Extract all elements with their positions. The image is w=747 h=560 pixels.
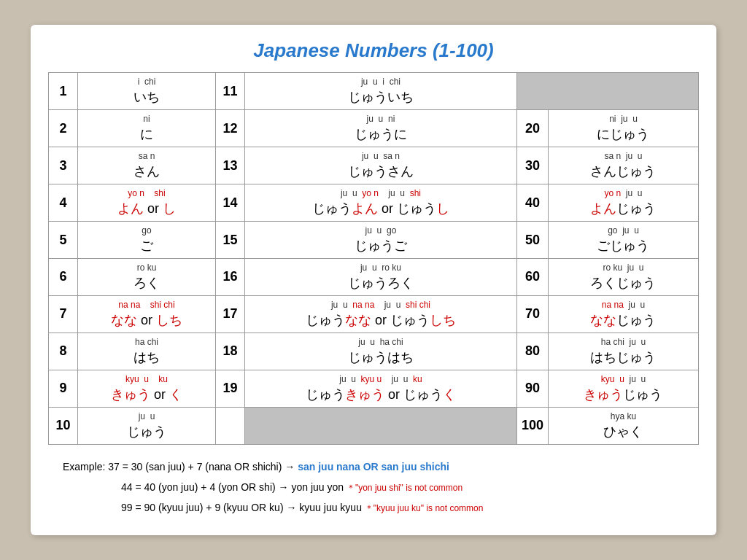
examples-section: Example: 37 = 30 (san juu) + 7 (nana OR … bbox=[48, 456, 699, 518]
number-9: 9 bbox=[49, 370, 78, 407]
content-6: ro ku ろく bbox=[78, 259, 216, 296]
number-30: 30 bbox=[516, 147, 548, 184]
content-3: sa n さん bbox=[78, 147, 216, 184]
content-7: na na shi chi なな or しち bbox=[78, 295, 216, 332]
example-2-prefix: 44 = 40 (yon juu) + 4 (yon OR shi) → yon… bbox=[121, 481, 347, 493]
example-1-answer: san juu nana OR san juu shichi bbox=[298, 461, 449, 472]
number-7: 7 bbox=[49, 295, 78, 332]
number-blank bbox=[216, 407, 245, 444]
number-3: 3 bbox=[49, 147, 78, 184]
content-1: i chi いち bbox=[78, 73, 216, 110]
content-8: ha chi はち bbox=[78, 332, 216, 370]
content-40: yo n ju u よんじゅう bbox=[548, 184, 698, 222]
numbers-table: 1 i chi いち 11 ju u i chi じゅういち 2 ni に bbox=[48, 72, 699, 445]
example-1: Example: 37 = 30 (san juu) + 7 (nana OR … bbox=[63, 456, 699, 477]
number-11: 11 bbox=[216, 73, 245, 110]
content-14: ju u yo n ju u shi じゅうよん or じゅうし bbox=[245, 184, 517, 222]
number-60: 60 bbox=[516, 259, 548, 296]
table-row: 4 yo n shi よん or し 14 ju u yo n ju u shi… bbox=[49, 184, 699, 222]
number-40: 40 bbox=[516, 184, 548, 222]
number-14: 14 bbox=[216, 184, 245, 222]
example-2-note: ＊"yon juu shi" is not common bbox=[347, 483, 462, 493]
number-18: 18 bbox=[216, 332, 245, 370]
content-4: yo n shi よん or し bbox=[78, 184, 216, 222]
number-10: 10 bbox=[49, 407, 78, 444]
number-19: 19 bbox=[216, 370, 245, 407]
content-5: go ご bbox=[78, 222, 216, 259]
content-60: ro ku ju u ろくじゅう bbox=[548, 259, 698, 296]
page-title: Japanese Numbers (1-100) bbox=[48, 39, 699, 62]
table-row: 7 na na shi chi なな or しち 17 ju u na na j… bbox=[49, 295, 699, 332]
content-80: ha chi ju u はちじゅう bbox=[548, 332, 698, 370]
content-100: hya ku ひゃく bbox=[548, 407, 698, 444]
number-50: 50 bbox=[516, 222, 548, 259]
example-1-prefix: Example: 37 = 30 (san juu) + 7 (nana OR … bbox=[63, 461, 298, 472]
table-row: 8 ha chi はち 18 ju u ha chi じゅうはち 80 ha c… bbox=[49, 332, 699, 370]
content-2: ni に bbox=[78, 110, 216, 147]
example-3-note: ＊"kyuu juu ku" is not common bbox=[365, 503, 484, 513]
content-16: ju u ro ku じゅうろく bbox=[245, 259, 517, 296]
table-row: 9 kyu u ku きゅう or く 19 ju u kyu u ju u k… bbox=[49, 370, 699, 407]
number-70: 70 bbox=[516, 295, 548, 332]
number-5: 5 bbox=[49, 222, 78, 259]
main-card: Japanese Numbers (1-100) 1 i chi いち 11 j… bbox=[31, 25, 716, 535]
content-10: ju u じゅう bbox=[78, 407, 216, 444]
placeholder-top-right bbox=[516, 73, 698, 110]
content-blank bbox=[245, 407, 517, 444]
content-11: ju u i chi じゅういち bbox=[245, 73, 517, 110]
content-12: ju u ni じゅうに bbox=[245, 110, 517, 147]
content-30: sa n ju u さんじゅう bbox=[548, 147, 698, 184]
number-15: 15 bbox=[216, 222, 245, 259]
number-2: 2 bbox=[49, 110, 78, 147]
number-16: 16 bbox=[216, 259, 245, 296]
example-3: 99 = 90 (kyuu juu) + 9 (kyuu OR ku) → ky… bbox=[121, 497, 699, 518]
content-19: ju u kyu u ju u ku じゅうきゅう or じゅうく bbox=[245, 370, 517, 407]
table-row: 10 ju u じゅう 100 hya ku ひゃく bbox=[49, 407, 699, 444]
content-13: ju u sa n じゅうさん bbox=[245, 147, 517, 184]
number-6: 6 bbox=[49, 259, 78, 296]
content-18: ju u ha chi じゅうはち bbox=[245, 332, 517, 370]
number-20: 20 bbox=[516, 110, 548, 147]
table-row: 1 i chi いち 11 ju u i chi じゅういち bbox=[49, 73, 699, 110]
number-80: 80 bbox=[516, 332, 548, 370]
example-3-prefix: 99 = 90 (kyuu juu) + 9 (kyuu OR ku) → ky… bbox=[121, 502, 365, 513]
table-row: 6 ro ku ろく 16 ju u ro ku じゅうろく 60 ro ku … bbox=[49, 259, 699, 296]
number-4: 4 bbox=[49, 184, 78, 222]
example-2: 44 = 40 (yon juu) + 4 (yon OR shi) → yon… bbox=[121, 477, 699, 497]
number-90: 90 bbox=[516, 370, 548, 407]
content-50: go ju u ごじゅう bbox=[548, 222, 698, 259]
content-9: kyu u ku きゅう or く bbox=[78, 370, 216, 407]
table-row: 3 sa n さん 13 ju u sa n じゅうさん 30 sa n ju … bbox=[49, 147, 699, 184]
number-13: 13 bbox=[216, 147, 245, 184]
table-row: 2 ni に 12 ju u ni じゅうに 20 ni ju u にじゅう bbox=[49, 110, 699, 147]
number-12: 12 bbox=[216, 110, 245, 147]
table-row: 5 go ご 15 ju u go じゅうご 50 go ju u ごじゅう bbox=[49, 222, 699, 259]
number-17: 17 bbox=[216, 295, 245, 332]
number-1: 1 bbox=[49, 73, 78, 110]
content-20: ni ju u にじゅう bbox=[548, 110, 698, 147]
content-15: ju u go じゅうご bbox=[245, 222, 517, 259]
content-70: na na ju u ななじゅう bbox=[548, 295, 698, 332]
number-8: 8 bbox=[49, 332, 78, 370]
number-100: 100 bbox=[516, 407, 548, 444]
content-90: kyu u ju u きゅうじゅう bbox=[548, 370, 698, 407]
content-17: ju u na na ju u shi chi じゅうなな or じゅうしち bbox=[245, 295, 517, 332]
